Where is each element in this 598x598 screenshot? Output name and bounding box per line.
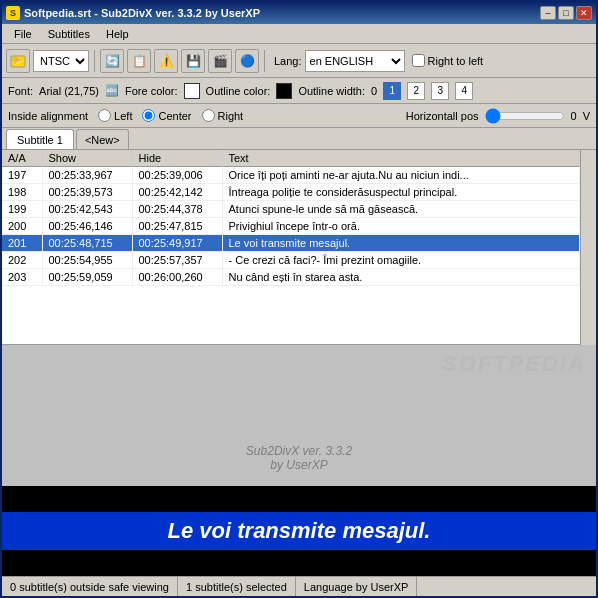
maximize-button[interactable]: □ bbox=[558, 6, 574, 20]
lang-label: Lang: bbox=[274, 55, 302, 67]
table-wrapper: A/A Show Hide Text 197 00:25:33,967 00:2… bbox=[2, 150, 596, 345]
cell-text: Atunci spune-le unde să mă găsească. bbox=[222, 201, 580, 218]
outline-width-label: Outline width: bbox=[298, 85, 365, 97]
font-bar: Font: Arial (21,75) 🔤 Fore color: Outlin… bbox=[2, 78, 596, 104]
cell-hide: 00:25:49,917 bbox=[132, 235, 222, 252]
cell-hide: 00:25:39,006 bbox=[132, 167, 222, 184]
menu-help[interactable]: Help bbox=[98, 26, 137, 42]
watermark-line1: Sub2DivX ver. 3.3.2 bbox=[246, 444, 352, 458]
status-language-text: Language by UserXP bbox=[304, 581, 409, 593]
cell-id: 199 bbox=[2, 201, 42, 218]
ntsc-select[interactable]: NTSC PAL bbox=[33, 50, 89, 72]
cell-show: 00:25:42,543 bbox=[42, 201, 132, 218]
menu-bar: File Subtitles Help bbox=[2, 24, 596, 44]
table-row[interactable]: 200 00:25:46,146 00:25:47,815 Privighiul… bbox=[2, 218, 580, 235]
tool-btn-1[interactable]: 🔄 bbox=[100, 49, 124, 73]
align-right-radio[interactable] bbox=[202, 109, 215, 122]
cell-hide: 00:25:47,815 bbox=[132, 218, 222, 235]
rtl-checkbox[interactable] bbox=[412, 54, 425, 67]
hpos-v-label: V bbox=[583, 110, 590, 122]
cell-text: Orice îți poți aminti ne-ar ajuta.Nu au … bbox=[222, 167, 580, 184]
outline-width-4[interactable]: 4 bbox=[455, 82, 473, 100]
table-row[interactable]: 203 00:25:59,059 00:26:00,260 Nu când eș… bbox=[2, 269, 580, 286]
outline-width-3[interactable]: 3 bbox=[431, 82, 449, 100]
subtitle-table: A/A Show Hide Text 197 00:25:33,967 00:2… bbox=[2, 150, 580, 286]
tab-subtitle-1[interactable]: Subtitle 1 bbox=[6, 129, 74, 149]
align-center-radio[interactable] bbox=[142, 109, 155, 122]
cell-show: 00:25:46,146 bbox=[42, 218, 132, 235]
outline-width-1[interactable]: 1 bbox=[383, 82, 401, 100]
align-right-label[interactable]: Right bbox=[202, 109, 244, 122]
tool-btn-2[interactable]: 📋 bbox=[127, 49, 151, 73]
hpos-slider[interactable] bbox=[485, 108, 565, 124]
hpos-group: Horizontall pos 0 V bbox=[406, 108, 590, 124]
cell-id: 200 bbox=[2, 218, 42, 235]
status-selected: 1 subtitle(s) selected bbox=[178, 577, 296, 596]
outline-color-label: Outline color: bbox=[206, 85, 271, 97]
table-row[interactable]: 202 00:25:54,955 00:25:57,357 - Ce crezi… bbox=[2, 252, 580, 269]
tab-new[interactable]: <New> bbox=[76, 129, 129, 149]
watermark-line2: by UserXP bbox=[246, 458, 352, 472]
align-left-label[interactable]: Left bbox=[98, 109, 132, 122]
table-row[interactable]: 197 00:25:33,967 00:25:39,006 Orice îți … bbox=[2, 167, 580, 184]
close-button[interactable]: ✕ bbox=[576, 6, 592, 20]
minimize-button[interactable]: – bbox=[540, 6, 556, 20]
scrollbar[interactable] bbox=[580, 150, 596, 345]
menu-subtitles[interactable]: Subtitles bbox=[40, 26, 98, 42]
align-left-text: Left bbox=[114, 110, 132, 122]
preview-watermark: Sub2DivX ver. 3.3.2 by UserXP bbox=[246, 444, 352, 472]
tool-btn-6[interactable]: 🔵 bbox=[235, 49, 259, 73]
softpedia-watermark: SOFTPEDIA bbox=[442, 351, 586, 377]
cell-hide: 00:25:44,378 bbox=[132, 201, 222, 218]
cell-id: 203 bbox=[2, 269, 42, 286]
outline-width-2[interactable]: 2 bbox=[407, 82, 425, 100]
cell-hide: 00:26:00,260 bbox=[132, 269, 222, 286]
open-button[interactable]: 📂 bbox=[6, 49, 30, 73]
tab-new-label: <New> bbox=[85, 134, 120, 146]
table-row[interactable]: 198 00:25:39,573 00:25:42,142 Întreaga p… bbox=[2, 184, 580, 201]
cell-text: Întreaga poliție te considerăsuspectul p… bbox=[222, 184, 580, 201]
title-bar: S Softpedia.srt - Sub2DivX ver. 3.3.2 by… bbox=[2, 2, 596, 24]
title-bar-left: S Softpedia.srt - Sub2DivX ver. 3.3.2 by… bbox=[6, 6, 260, 20]
table-row[interactable]: 199 00:25:42,543 00:25:44,378 Atunci spu… bbox=[2, 201, 580, 218]
align-center-label[interactable]: Center bbox=[142, 109, 191, 122]
cell-hide: 00:25:57,357 bbox=[132, 252, 222, 269]
status-selected-text: 1 subtitle(s) selected bbox=[186, 581, 287, 593]
preview-area: SOFTPEDIA Sub2DivX ver. 3.3.2 by UserXP … bbox=[2, 345, 596, 576]
align-right-text: Right bbox=[218, 110, 244, 122]
cell-show: 00:25:48,715 bbox=[42, 235, 132, 252]
tab-bar: Subtitle 1 <New> bbox=[2, 128, 596, 150]
cell-text: - Ce crezi că faci?- Îmi prezint omagiil… bbox=[222, 252, 580, 269]
main-window: S Softpedia.srt - Sub2DivX ver. 3.3.2 by… bbox=[0, 0, 598, 598]
subtitle-display: Le voi transmite mesajul. bbox=[2, 512, 596, 550]
toolbar: 📂 NTSC PAL 🔄 📋 ⚠️ 💾 🎬 🔵 Lang: en ENGLISH… bbox=[2, 44, 596, 78]
font-value: Arial (21,75) bbox=[39, 85, 99, 97]
rtl-label: Right to left bbox=[428, 55, 484, 67]
table-container[interactable]: A/A Show Hide Text 197 00:25:33,967 00:2… bbox=[2, 150, 580, 345]
tool-btn-4[interactable]: 💾 bbox=[181, 49, 205, 73]
outline-width-value: 0 bbox=[371, 85, 377, 97]
align-left-radio[interactable] bbox=[98, 109, 111, 122]
tool-btn-5[interactable]: 🎬 bbox=[208, 49, 232, 73]
cell-text: Nu când ești în starea asta. bbox=[222, 269, 580, 286]
tool-btn-3[interactable]: ⚠️ bbox=[154, 49, 178, 73]
table-body: 197 00:25:33,967 00:25:39,006 Orice îți … bbox=[2, 167, 580, 286]
cell-id: 201 bbox=[2, 235, 42, 252]
status-safe-view: 0 subtitle(s) outside safe viewing bbox=[2, 577, 178, 596]
lang-select[interactable]: en ENGLISH bbox=[305, 50, 405, 72]
cell-show: 00:25:59,059 bbox=[42, 269, 132, 286]
font-icon: 🔤 bbox=[105, 84, 119, 97]
fore-color-label: Fore color: bbox=[125, 85, 178, 97]
cell-id: 197 bbox=[2, 167, 42, 184]
status-language: Language by UserXP bbox=[296, 577, 418, 596]
outline-color-box[interactable] bbox=[276, 83, 292, 99]
menu-file[interactable]: File bbox=[6, 26, 40, 42]
hpos-label: Horizontall pos bbox=[406, 110, 479, 122]
align-bar: Inside alignment Left Center Right Horiz… bbox=[2, 104, 596, 128]
fore-color-box[interactable] bbox=[184, 83, 200, 99]
col-header-text: Text bbox=[222, 150, 580, 167]
cell-text: Le voi transmite mesajul. bbox=[222, 235, 580, 252]
table-row[interactable]: 201 00:25:48,715 00:25:49,917 Le voi tra… bbox=[2, 235, 580, 252]
cell-show: 00:25:39,573 bbox=[42, 184, 132, 201]
toolbar-separator-2 bbox=[264, 50, 265, 72]
